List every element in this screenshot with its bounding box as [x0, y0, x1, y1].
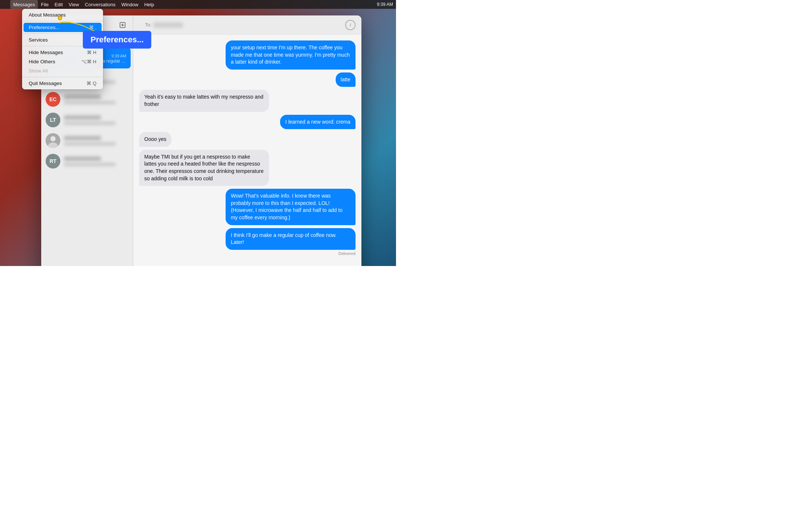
message-bubble: Maybe TMI but if you get a nespresso to …: [139, 150, 269, 186]
menu-item-show-all[interactable]: Show All: [24, 66, 102, 75]
conversation-item[interactable]: LT: [41, 110, 133, 130]
preferences-shortcut: ⌘ ,: [89, 25, 96, 30]
menu-item-hide-others[interactable]: Hide Others ⌥⌘ H: [24, 57, 102, 66]
info-button[interactable]: i: [345, 20, 356, 30]
menu-separator: [22, 21, 103, 21]
menu-item-label: Show All: [29, 68, 48, 74]
avatar: [46, 133, 60, 148]
menubar-right: 9:39 AM: [377, 2, 393, 7]
menubar-conversations[interactable]: Conversations: [82, 0, 119, 9]
menubar-file[interactable]: File: [38, 0, 52, 9]
avatar: LT: [46, 113, 60, 127]
conversation-info: [64, 156, 128, 166]
hide-others-shortcut: ⌥⌘ H: [81, 59, 96, 64]
conversation-time: 9:39 AM: [112, 53, 126, 58]
annotation-box: Preferences...: [83, 31, 151, 49]
avatar: RT: [46, 154, 60, 169]
cmd-symbol: ⌘: [89, 25, 94, 30]
dropdown-menu: About Messages Preferences... ⌘ , Servic…: [22, 9, 103, 89]
menu-item-label: Preferences...: [29, 25, 60, 30]
menubar-messages[interactable]: Messages: [10, 0, 38, 9]
menu-item-label: Hide Others: [29, 59, 55, 64]
menu-separator: [22, 77, 103, 77]
menubar-clock: 9:39 AM: [377, 2, 393, 7]
svg-point-10: [50, 136, 56, 141]
avatar: EC: [46, 92, 60, 107]
menubar-help[interactable]: Help: [141, 0, 157, 9]
conversation-info: [64, 136, 128, 146]
messages-container: your setup next time I'm up there. The c…: [133, 35, 361, 266]
yellow-dot-indicator: [58, 16, 62, 20]
menubar-window[interactable]: Window: [119, 0, 141, 9]
menu-item-quit[interactable]: Quit Messages ⌘ Q: [24, 79, 102, 88]
to-label-area: To:: [139, 22, 189, 28]
annotation-label: Preferences...: [91, 35, 144, 44]
menu-item-hide-messages[interactable]: Hide Messages ⌘ H: [24, 48, 102, 57]
chat-header: To: i: [133, 15, 361, 35]
message-bubble: Oooo yes: [139, 132, 172, 147]
delivered-status: Delivered: [339, 251, 356, 256]
conversation-info: [64, 95, 128, 104]
menu-item-label: Hide Messages: [29, 50, 63, 55]
message-bubble: I learned a new word: crema: [280, 115, 356, 130]
menubar-edit[interactable]: Edit: [52, 0, 66, 9]
conversation-item[interactable]: EC: [41, 89, 133, 110]
conversation-item[interactable]: [41, 130, 133, 151]
message-bubble: Wow! That's valuable info. I knew there …: [226, 189, 356, 225]
recipient-name: [153, 22, 183, 28]
compose-button[interactable]: [117, 20, 128, 30]
message-bubble: I think I'll go make a regular cup of co…: [226, 228, 356, 250]
conversation-item[interactable]: RT: [41, 151, 133, 171]
chat-area: To: i your setup next time I'm up there.…: [133, 15, 361, 266]
apple-menu[interactable]: [3, 0, 9, 9]
message-bubble: latte: [336, 72, 356, 87]
message-bubble: Yeah it's easy to make lattes with my ne…: [139, 90, 269, 111]
menubar-view[interactable]: View: [66, 0, 82, 9]
quit-shortcut: ⌘ Q: [86, 81, 96, 86]
to-label: To:: [145, 22, 151, 28]
menu-item-label: Quit Messages: [29, 81, 62, 86]
menubar: Messages File Edit View Conversations Wi…: [0, 0, 396, 9]
message-bubble: your setup next time I'm up there. The c…: [226, 40, 356, 70]
hide-messages-shortcut: ⌘ H: [87, 50, 96, 55]
menu-item-about[interactable]: About Messages: [24, 10, 102, 19]
menu-item-label: Services: [29, 37, 48, 43]
conversation-info: [64, 115, 128, 125]
